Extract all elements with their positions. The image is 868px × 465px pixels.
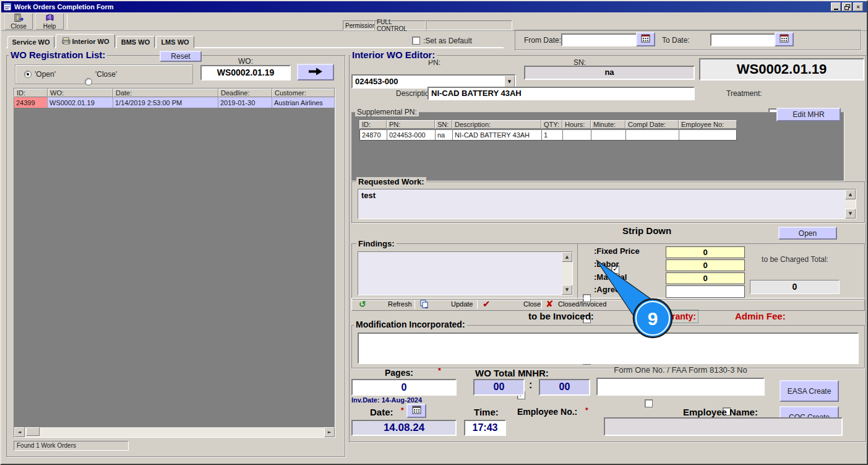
printer-form-icon bbox=[62, 37, 71, 46]
minimize-button[interactable] bbox=[831, 2, 841, 11]
column-header[interactable]: Customer: bbox=[272, 89, 335, 97]
update-copy-icon[interactable] bbox=[420, 300, 429, 311]
calendar-icon bbox=[412, 406, 421, 416]
registration-table-header: ID: WO: Date: Deadline: Customer: bbox=[14, 89, 335, 97]
column-header[interactable]: Date: bbox=[113, 89, 218, 97]
labor-value[interactable]: 0 bbox=[666, 259, 745, 271]
column-header[interactable]: Description: bbox=[452, 120, 541, 129]
findings-legend: Findings: bbox=[356, 239, 397, 248]
form-one-field[interactable] bbox=[596, 378, 765, 396]
set-as-default-checkbox[interactable] bbox=[412, 37, 420, 45]
warranty-checkbox[interactable] bbox=[645, 399, 653, 407]
cell-employee-no bbox=[679, 130, 736, 140]
fixed-price-value[interactable]: 0 bbox=[666, 246, 745, 258]
scroll-down-icon[interactable]: ▼ bbox=[845, 209, 856, 219]
column-header[interactable]: ID: bbox=[14, 89, 48, 97]
scroll-down-icon[interactable]: ▼ bbox=[562, 285, 572, 295]
date-label: Date: bbox=[370, 407, 393, 417]
description-field[interactable]: NI-CAD BATTERY 43AH bbox=[428, 87, 695, 100]
scrollbar-thumb[interactable] bbox=[26, 427, 40, 436]
column-header[interactable]: Deadline: bbox=[218, 89, 272, 97]
date-field[interactable]: 14.08.24 bbox=[351, 420, 457, 436]
tab-label: BMS WO bbox=[121, 38, 150, 46]
close-radio[interactable] bbox=[85, 78, 92, 85]
column-header[interactable]: SN: bbox=[435, 120, 452, 129]
tab-lms-wo[interactable]: LMS WO bbox=[156, 36, 194, 48]
title-bar[interactable]: Work Orders Completion Form ✕ bbox=[1, 1, 867, 12]
mnhr-hours-field[interactable]: 00 bbox=[473, 379, 525, 396]
column-header[interactable]: ID: bbox=[359, 120, 387, 129]
modification-textarea[interactable] bbox=[358, 332, 859, 364]
column-header[interactable]: PN: bbox=[387, 120, 435, 129]
open-radio[interactable] bbox=[24, 71, 32, 78]
tab-label: Service WO bbox=[12, 38, 49, 46]
close-window-button[interactable]: ✕ bbox=[853, 2, 863, 11]
agreed-value[interactable] bbox=[666, 285, 745, 298]
column-header[interactable]: Minute: bbox=[591, 120, 625, 129]
column-header[interactable]: WO: bbox=[48, 89, 113, 97]
to-date-calendar-button[interactable] bbox=[775, 32, 794, 46]
supplemental-group: ID: PN: SN: Description: QTY: Hours: Min… bbox=[351, 112, 844, 181]
dropdown-button[interactable]: ▼ bbox=[504, 76, 515, 87]
vertical-scrollbar[interactable]: ▲ ▼ bbox=[845, 189, 856, 219]
supplemental-legend: Supplemental PN: bbox=[355, 108, 419, 116]
registration-heading: WO Registration List: bbox=[9, 50, 107, 60]
column-header[interactable]: Hours: bbox=[562, 120, 591, 129]
reset-button[interactable]: Reset bbox=[160, 51, 202, 62]
close-button[interactable]: Close bbox=[4, 13, 33, 30]
sn-field[interactable]: na bbox=[524, 66, 695, 80]
labor-label: :Labor bbox=[594, 259, 619, 269]
strip-down-label: Strip Down bbox=[622, 225, 671, 236]
column-header[interactable]: QTY: bbox=[541, 120, 562, 129]
from-date-calendar-button[interactable] bbox=[636, 32, 655, 46]
tab-interior-wo[interactable]: Interior WO bbox=[56, 34, 115, 48]
open-button[interactable]: Open bbox=[778, 227, 837, 240]
refresh-button[interactable]: Refresh bbox=[388, 300, 412, 308]
horizontal-scrollbar[interactable]: ◄ ► bbox=[14, 427, 335, 437]
refresh-icon[interactable]: ↺ bbox=[359, 299, 366, 309]
date-required-mark: * bbox=[401, 406, 404, 415]
from-date-input[interactable] bbox=[561, 33, 637, 46]
warranty-focus-box: Warranty: bbox=[653, 310, 698, 323]
close-wo-button[interactable]: Close bbox=[523, 300, 541, 308]
employee-name-label: Employee Name: bbox=[683, 407, 758, 417]
scroll-left-icon[interactable]: ◄ bbox=[14, 427, 25, 437]
pages-label: Pages: bbox=[385, 368, 413, 378]
material-value[interactable]: 0 bbox=[666, 272, 745, 284]
x-icon[interactable]: ✘ bbox=[546, 298, 554, 310]
scroll-right-icon[interactable]: ► bbox=[324, 427, 335, 437]
tab-label: Interior WO bbox=[72, 38, 110, 45]
vertical-scrollbar[interactable]: ▲ ▼ bbox=[562, 252, 572, 295]
tab-service-wo[interactable]: Service WO bbox=[7, 36, 54, 48]
check-icon[interactable]: ✔ bbox=[483, 298, 491, 310]
restore-button[interactable] bbox=[842, 2, 852, 11]
wo-search-input[interactable]: WS0002.01.19 bbox=[200, 65, 291, 80]
go-arrow-button[interactable] bbox=[297, 64, 334, 80]
pages-required-mark: * bbox=[438, 367, 441, 375]
cell-minute bbox=[591, 130, 626, 140]
permission-label: Permission: bbox=[343, 20, 374, 30]
to-be-invoiced-label: to be Invoiced: bbox=[528, 311, 594, 321]
to-date-input[interactable] bbox=[710, 33, 776, 46]
mnhr-minutes-field[interactable]: 00 bbox=[539, 379, 590, 396]
tab-bms-wo[interactable]: BMS WO bbox=[116, 36, 155, 48]
column-header[interactable]: Compl Date: bbox=[625, 120, 679, 129]
scroll-up-icon[interactable]: ▲ bbox=[845, 189, 856, 199]
date-calendar-button[interactable] bbox=[406, 404, 426, 418]
table-row[interactable]: 24870 024453-000 na NI-CAD BATTERY 43AH … bbox=[359, 130, 737, 141]
column-header[interactable]: Employee No: bbox=[679, 120, 737, 129]
cell-date: 1/14/2019 2:53:00 PM bbox=[113, 97, 218, 108]
closed-invoiced-button[interactable]: Closed/Invoiced bbox=[558, 300, 606, 308]
easa-create-button[interactable]: EASA Create bbox=[780, 380, 839, 402]
table-row[interactable]: 24399 WS0002.01.19 1/14/2019 2:53:00 PM … bbox=[14, 97, 335, 108]
employee-name-field[interactable] bbox=[604, 417, 843, 436]
help-button[interactable]: Help bbox=[35, 13, 64, 30]
requested-work-textarea[interactable]: test ▲ ▼ bbox=[358, 189, 856, 219]
edit-mhr-button[interactable]: Edit MHR bbox=[776, 108, 841, 121]
pages-field[interactable]: 0 bbox=[351, 379, 457, 396]
update-button[interactable]: Update bbox=[451, 300, 473, 308]
time-field[interactable]: 17:43 bbox=[464, 420, 506, 436]
scroll-up-icon[interactable]: ▲ bbox=[562, 252, 572, 262]
calendar-icon bbox=[780, 34, 789, 45]
findings-textarea[interactable]: ▲ ▼ bbox=[358, 251, 573, 295]
